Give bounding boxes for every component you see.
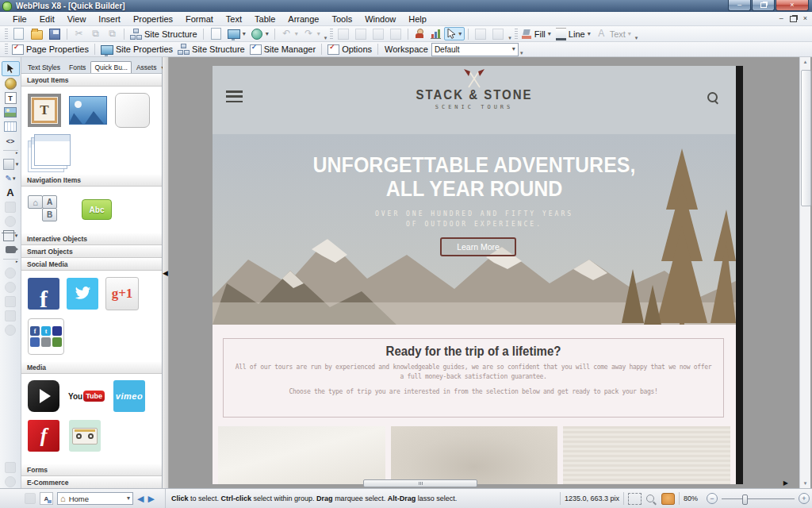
section-social-media[interactable]: Social Media bbox=[21, 258, 162, 271]
toolbar-divider[interactable]: ▸ bbox=[3, 150, 18, 155]
menu-file[interactable]: File bbox=[6, 13, 33, 25]
artistic-text-tool[interactable]: A bbox=[2, 186, 19, 199]
asset-audio-player[interactable] bbox=[69, 420, 101, 452]
fill-tool[interactable] bbox=[2, 200, 19, 214]
disabled-tool-7[interactable] bbox=[2, 475, 19, 488]
asset-navigation-bar[interactable]: ⌂ A B bbox=[28, 193, 63, 226]
site-logo[interactable]: STACK & STONE SCENIC TOURS bbox=[213, 69, 736, 110]
site-properties-button[interactable]: Site Properties bbox=[98, 44, 175, 56]
panel-collapse-strip[interactable]: ◀ bbox=[163, 57, 169, 488]
intro-paragraph-2[interactable]: Choose the type of trip you are interest… bbox=[235, 387, 712, 397]
menu-insert[interactable]: Insert bbox=[92, 13, 127, 25]
hero-section[interactable]: UNFORGETTABLE ADVENTURES, ALL YEAR ROUND… bbox=[213, 134, 736, 325]
disabled-tool-1[interactable] bbox=[2, 266, 19, 279]
copy-button[interactable]: ⧉ bbox=[87, 27, 104, 40]
disabled-tool-4[interactable] bbox=[2, 309, 19, 322]
toolbar-overflow-icon[interactable]: ▾ bbox=[508, 35, 511, 41]
asset-google-plus[interactable]: g+1 bbox=[105, 277, 139, 310]
asset-twitter[interactable] bbox=[67, 278, 98, 310]
canvas-workspace[interactable]: STACK & STONE SCENIC TOURS bbox=[169, 57, 799, 488]
zoom-slider[interactable] bbox=[722, 498, 795, 499]
menu-edit[interactable]: Edit bbox=[33, 13, 61, 25]
toolbar-divider[interactable]: ▸ bbox=[3, 259, 18, 264]
crop-tool[interactable]: ▾ bbox=[2, 229, 19, 242]
section-ecommerce[interactable]: E-Commerce bbox=[21, 476, 162, 488]
scroll-down-icon[interactable]: ▾ bbox=[800, 480, 810, 487]
zoom-select-icon[interactable] bbox=[628, 493, 642, 505]
site-header[interactable]: STACK & STONE SCENIC TOURS bbox=[213, 66, 736, 134]
asset-blank-panel[interactable] bbox=[115, 93, 150, 128]
open-button[interactable] bbox=[28, 28, 46, 40]
expand-right-icon[interactable]: ▶ bbox=[783, 480, 788, 487]
paste-button[interactable]: ⧉ bbox=[104, 27, 121, 40]
fill-swatch-button[interactable]: Fill▾ bbox=[519, 29, 553, 40]
tab-quick-builder[interactable]: Quick Bu... bbox=[90, 61, 132, 73]
tab-fonts[interactable]: Fonts bbox=[65, 61, 90, 73]
asset-table[interactable] bbox=[28, 136, 69, 172]
ungroup-button[interactable] bbox=[352, 27, 370, 41]
preview-browser-button[interactable]: ▾ bbox=[225, 28, 248, 40]
vertical-scrollbar[interactable]: ▴ ▾ bbox=[799, 57, 810, 488]
close-button[interactable]: × bbox=[776, 0, 809, 11]
parent-page-icon[interactable] bbox=[24, 493, 36, 504]
pencil-tool[interactable]: ✎▾ bbox=[2, 171, 19, 185]
workspace-select[interactable]: Default ▾ bbox=[431, 43, 519, 56]
line-swatch-button[interactable]: Line▾ bbox=[553, 27, 593, 41]
asset-button-abc[interactable]: Abc bbox=[82, 199, 112, 220]
text-frame-tool[interactable]: T bbox=[2, 91, 19, 105]
group-button[interactable] bbox=[335, 27, 352, 41]
section-navigation-items[interactable]: Navigation Items bbox=[21, 174, 162, 187]
tab-assets[interactable]: Assets bbox=[132, 61, 161, 73]
zoom-out-icon[interactable] bbox=[645, 494, 657, 504]
undo-button[interactable]: ↶▾ bbox=[278, 27, 301, 40]
hero-subtitle-line2[interactable]: OF OUTDOOR EXPERIENCE. bbox=[213, 221, 736, 228]
send-backward-button[interactable] bbox=[387, 27, 404, 41]
zoom-out-button[interactable]: − bbox=[707, 493, 718, 504]
asset-picture-frame[interactable] bbox=[69, 96, 107, 125]
asset-flash[interactable]: f bbox=[28, 420, 59, 452]
import-picture-tool[interactable] bbox=[2, 106, 19, 119]
asset-social-sharing[interactable]: f t bbox=[28, 318, 64, 355]
cut-button[interactable]: ✂ bbox=[71, 27, 87, 40]
site-structure-button-2[interactable]: Site Structure bbox=[175, 43, 247, 56]
menu-properties[interactable]: Properties bbox=[127, 13, 179, 25]
learn-more-button[interactable]: Learn More bbox=[440, 237, 516, 256]
media-tool[interactable] bbox=[2, 243, 19, 256]
hero-headline-line2[interactable]: ALL YEAR ROUND bbox=[213, 176, 736, 201]
asset-text-frame[interactable]: T bbox=[28, 94, 61, 127]
disabled-tool-5[interactable] bbox=[2, 323, 19, 337]
maximize-button[interactable] bbox=[752, 0, 775, 11]
asset-video-player[interactable] bbox=[28, 380, 59, 412]
previous-page-button[interactable]: ◀ bbox=[137, 495, 144, 503]
contact-button[interactable] bbox=[412, 27, 427, 40]
extra-button-1[interactable] bbox=[472, 27, 489, 41]
menu-format[interactable]: Format bbox=[179, 13, 220, 25]
intro-heading[interactable]: Ready for the trip of a lifetime? bbox=[224, 344, 723, 359]
toolbar-overflow-icon[interactable]: ▾ bbox=[324, 35, 327, 41]
disabled-tool-3[interactable] bbox=[2, 294, 19, 308]
menu-text[interactable]: Text bbox=[220, 13, 248, 25]
search-icon[interactable] bbox=[707, 92, 718, 103]
web-page[interactable]: STACK & STONE SCENIC TOURS bbox=[213, 66, 736, 484]
vertical-scrollbar-thumb[interactable] bbox=[801, 70, 811, 206]
hero-subtitle-line1[interactable]: OVER ONE HUNDRED AND FIFTY YEARS bbox=[213, 210, 736, 217]
toolbar-overflow-icon[interactable]: ▾ bbox=[635, 35, 638, 41]
extra-button-2[interactable] bbox=[489, 27, 507, 41]
menu-help[interactable]: Help bbox=[402, 13, 433, 25]
menu-table[interactable]: Table bbox=[248, 13, 282, 25]
zoom-in-button[interactable]: + bbox=[799, 493, 810, 504]
zoom-slider-thumb[interactable] bbox=[742, 495, 748, 505]
new-button[interactable] bbox=[10, 27, 28, 40]
collapse-panel-icon[interactable]: ◀ bbox=[163, 270, 168, 277]
intro-text-box[interactable]: Ready for the trip of a lifetime? All of… bbox=[223, 338, 724, 418]
hyperlink-tool[interactable] bbox=[2, 77, 19, 90]
disabled-tool-6[interactable] bbox=[2, 460, 19, 474]
section-interactive-objects[interactable]: Interactive Objects bbox=[21, 233, 162, 245]
quickshape-tool[interactable]: ▾ bbox=[2, 157, 19, 171]
asset-vimeo[interactable]: vimeo bbox=[113, 380, 145, 412]
menu-tools[interactable]: Tools bbox=[325, 13, 358, 25]
tab-text-styles[interactable]: Text Styles bbox=[24, 61, 64, 73]
gallery-image-canoe[interactable] bbox=[563, 426, 730, 484]
menu-arrange[interactable]: Arrange bbox=[282, 13, 325, 25]
scroll-up-icon[interactable]: ▴ bbox=[800, 59, 810, 65]
